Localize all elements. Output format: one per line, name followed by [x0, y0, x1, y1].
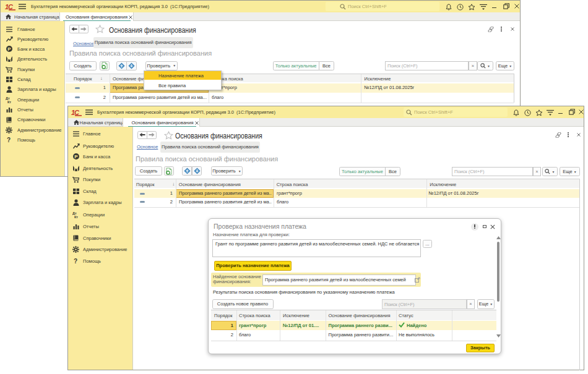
svg-text:Р: Р	[74, 154, 78, 159]
svg-text:Кт: Кт	[74, 215, 78, 218]
svg-text:Кт: Кт	[7, 100, 11, 103]
svg-text:Р: Р	[7, 46, 11, 52]
